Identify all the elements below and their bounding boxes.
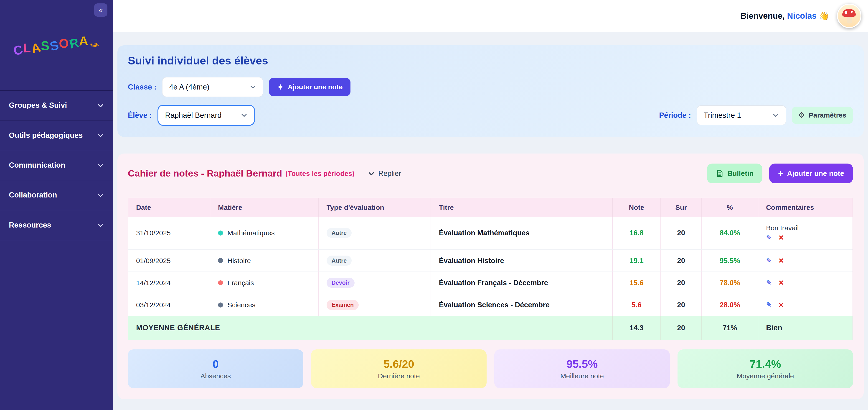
table-row: 14/12/2024 Français Devoir Évaluation Fr… [128,272,852,294]
delete-icon[interactable]: × [779,233,783,242]
stat-value: 95.5% [566,358,598,370]
subject-dot-icon [218,231,223,236]
cell-titre: Évaluation Sciences - Décembre [431,294,613,316]
classe-select[interactable]: 4e A (4ème) [162,77,263,97]
col-header-matiere: Matière [210,198,319,216]
collapse-icon: « [98,5,103,14]
cell-commentaires: ✎ × [758,250,855,271]
col-header-commentaires: Commentaires [758,198,855,216]
matiere-label: Mathématiques [227,229,275,237]
chevron-down-icon [241,112,247,118]
cell-matiere: Français [210,272,319,294]
app-logo-text: CLASSORA [12,34,90,58]
parametres-button[interactable]: ⚙ Paramètres [792,107,853,124]
footer-note: 14.3 [613,316,661,340]
cell-type: Devoir [319,272,431,294]
sidebar-item-collaboration[interactable]: Collaboration [0,180,113,210]
sidebar-item-label: Ressources [9,221,51,229]
col-header-date: Date [128,198,210,216]
cell-date: 03/12/2024 [128,294,210,316]
bulletin-button[interactable]: Bulletin [707,164,763,183]
footer-sur: 20 [661,316,702,340]
edit-icon[interactable]: ✎ [766,233,772,242]
stat-value: 5.6/20 [383,358,414,370]
stat-label: Absences [200,372,231,380]
chevron-down-icon [97,162,104,169]
cell-date: 01/09/2025 [128,250,210,271]
periode-label: Période : [659,111,691,120]
add-note-button-panel[interactable]: + Ajouter une note [769,164,853,183]
filters-panel: Suivi individuel des élèves Classe : 4e … [118,45,864,137]
notes-panel: Cahier de notes - Raphaël Bernard (Toute… [118,153,864,399]
sidebar-collapse-button[interactable]: « [94,3,107,17]
footer-label: MOYENNE GÉNÉRALE [128,316,613,340]
delete-icon[interactable]: × [779,279,783,287]
periode-select[interactable]: Trimestre 1 [696,105,786,125]
wave-emoji: 👋 [819,11,829,21]
periode-select-value: Trimestre 1 [704,111,741,120]
stat-value: 71.4% [750,358,781,370]
edit-icon[interactable]: ✎ [766,257,772,265]
cell-note: 5.6 [613,294,661,316]
welcome-label: Bienvenue, [741,11,785,21]
matiere-label: Sciences [227,301,255,309]
stat-label: Dernière note [378,372,420,380]
bulletin-label: Bulletin [727,169,754,178]
sidebar-item-outils-pedagogiques[interactable]: Outils pédagogiques [0,120,113,150]
sparkle-icon [277,83,284,91]
main-area: Bienvenue, Nicolas 👋 Suivi individuel de… [113,0,868,410]
edit-icon[interactable]: ✎ [766,301,772,309]
table-row: 01/09/2025 Histoire Autre Évaluation His… [128,250,852,272]
col-header-pct: % [702,198,758,216]
replier-label: Replier [378,169,401,178]
cell-matiere: Histoire [210,250,319,271]
stat-card-absences: 0 Absences [128,349,303,388]
stat-card-derniere-note: 5.6/20 Dernière note [311,349,487,388]
cell-date: 14/12/2024 [128,272,210,294]
table-footer-row: MOYENNE GÉNÉRALE 14.3 20 71% Bien [128,316,852,340]
classe-row: Classe : 4e A (4ème) Ajouter une note [128,77,853,97]
matiere-label: Français [227,279,254,287]
sidebar-item-ressources[interactable]: Ressources [0,210,113,240]
sidebar-nav: Groupes & Suivi Outils pédagogiques Comm… [0,90,113,240]
app-logo: CLASSORA✏ [0,37,113,52]
avatar[interactable] [837,4,861,28]
edit-icon[interactable]: ✎ [766,279,772,287]
sidebar-item-groupes-suivi[interactable]: Groupes & Suivi [0,91,113,120]
table-header-row: Date Matière Type d'évaluation Titre Not… [128,198,852,216]
eleve-select[interactable]: Raphaël Bernard [157,105,255,126]
subject-dot-icon [218,281,223,285]
document-icon [716,170,723,177]
topbar: Bienvenue, Nicolas 👋 [113,0,868,32]
cell-pct: 78.0% [702,272,758,294]
notes-subtitle: (Toutes les périodes) [285,170,354,177]
cell-sur: 20 [661,294,702,316]
cell-note: 19.1 [613,250,661,271]
app-root: « CLASSORA✏ Groupes & Suivi Outils pédag… [0,0,868,410]
col-header-note: Note [613,198,661,216]
classe-label: Classe : [128,83,157,91]
sidebar: « CLASSORA✏ Groupes & Suivi Outils pédag… [0,0,113,410]
chevron-down-icon [97,102,104,109]
parametres-label: Paramètres [809,111,847,119]
sidebar-item-label: Communication [9,161,65,170]
gear-icon: ⚙ [798,111,805,119]
classe-select-value: 4e A (4ème) [169,83,209,91]
delete-icon[interactable]: × [779,301,783,309]
cell-note: 15.6 [613,272,661,294]
grades-table: Date Matière Type d'évaluation Titre Not… [128,198,853,340]
pencil-icon: ✏ [89,38,101,52]
add-note-button-top[interactable]: Ajouter une note [269,78,350,96]
collapse-notes-button[interactable]: Replier [368,169,401,178]
username: Nicolas [787,11,816,21]
delete-icon[interactable]: × [779,257,783,265]
add-note-label: Ajouter une note [288,83,342,91]
type-badge: Autre [327,256,352,266]
sidebar-item-communication[interactable]: Communication [0,150,113,180]
mushroom-cap-icon [842,9,856,17]
type-badge: Autre [327,228,352,238]
stat-card-meilleure-note: 95.5% Meilleure note [494,349,670,388]
content: Suivi individuel des élèves Classe : 4e … [113,32,868,407]
type-badge: Devoir [327,278,354,288]
matiere-label: Histoire [227,257,251,265]
